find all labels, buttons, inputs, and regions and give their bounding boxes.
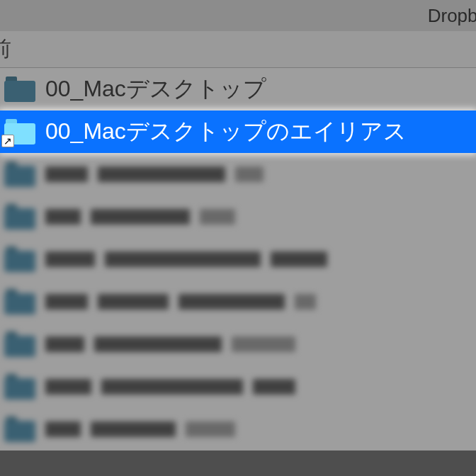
- list-item[interactable]: [0, 238, 476, 280]
- column-header-name[interactable]: 前: [0, 31, 476, 68]
- file-name: 00_Macデスクトップのエイリアス: [45, 116, 407, 147]
- list-item[interactable]: [0, 323, 476, 366]
- list-item[interactable]: [0, 196, 476, 238]
- list-item[interactable]: [0, 280, 476, 323]
- folder-icon: [4, 289, 35, 314]
- folder-icon: [4, 76, 35, 102]
- file-name: 00_Macデスクトップ: [45, 74, 266, 105]
- folder-alias-icon: ↗: [4, 119, 35, 144]
- folder-icon: [4, 162, 35, 187]
- file-name-redacted: [45, 166, 264, 182]
- folder-icon: [4, 246, 35, 272]
- folder-icon: [4, 332, 35, 357]
- file-name-redacted: [45, 336, 295, 352]
- file-list: 00_Macデスクトップ ↗ 00_Macデスクトップのエイリアス: [0, 68, 476, 450]
- folder-icon: [4, 204, 35, 230]
- column-header-label: 前: [0, 35, 11, 64]
- list-item[interactable]: [0, 153, 476, 196]
- list-item[interactable]: [0, 366, 476, 408]
- window-titlebar: Dropbox: [0, 0, 476, 31]
- file-name-redacted: [45, 294, 316, 310]
- list-item[interactable]: 00_Macデスクトップ: [0, 68, 476, 110]
- file-name-redacted: [45, 379, 295, 395]
- file-name-redacted: [45, 421, 235, 437]
- window-title: Dropbox: [428, 5, 476, 27]
- file-name-redacted: [45, 209, 235, 225]
- alias-arrow-icon: ↗: [1, 135, 14, 147]
- folder-icon: [4, 416, 35, 442]
- file-name-redacted: [45, 251, 327, 267]
- list-item-selected[interactable]: ↗ 00_Macデスクトップのエイリアス: [0, 110, 476, 153]
- folder-icon: [4, 374, 35, 400]
- list-item[interactable]: [0, 408, 476, 450]
